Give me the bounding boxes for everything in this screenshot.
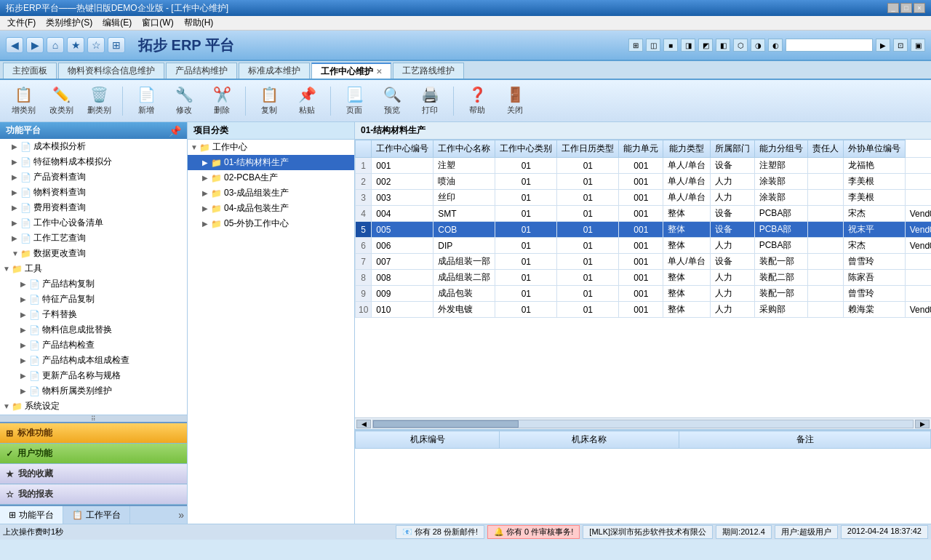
page-btn[interactable]: 📃 页面	[337, 83, 372, 119]
reports-btn[interactable]: ☆ 我的报表	[0, 484, 187, 505]
standard-func-btn[interactable]: ⊞ 标准功能	[0, 423, 187, 444]
tab-workcenter-close[interactable]: ✕	[376, 68, 382, 76]
preview-btn[interactable]: 🔍 预览	[375, 83, 409, 119]
proj-item-02[interactable]: ▶ 📁 02-PCBA生产	[188, 170, 354, 185]
tb-btn-4[interactable]: ◨	[681, 39, 695, 52]
print-btn[interactable]: 🖨️ 打印	[412, 83, 447, 119]
edit-category-btn[interactable]: ✏️ 改类别	[44, 83, 79, 119]
close-btn[interactable]: ×	[914, 3, 925, 13]
h-scrollbar[interactable]: ◀ ▶	[355, 417, 931, 429]
paste-btn[interactable]: 📌 粘贴	[289, 83, 324, 119]
tab-workcenter[interactable]: 工作中心维护 ✕	[311, 63, 391, 79]
proj-item-03[interactable]: ▶ 📁 03-成品组装生产	[188, 185, 354, 201]
sidebar-system-section[interactable]: ▼ 📁 系统设定	[0, 399, 187, 414]
tb-btn-7[interactable]: ⬡	[733, 39, 748, 52]
sidebar-expand-icon[interactable]: »	[178, 506, 187, 524]
func-platform-tab[interactable]: ⊞ 功能平台	[0, 506, 63, 524]
table-row[interactable]: 8 008 成品组装二部 01 01 001 整体 人力 装配二部 陈家吾	[356, 270, 932, 286]
proj-root[interactable]: ▼ 📁 工作中心	[188, 140, 354, 155]
sidebar-item-material-query[interactable]: ▶ 📄 物料资料查询	[0, 185, 187, 200]
home-btn[interactable]: ⌂	[47, 37, 64, 53]
main-table-container[interactable]: 工作中心编号 工作中心名称 工作中心类别 工作日历类型 能力单元 能力类型 所属…	[355, 140, 931, 417]
sidebar-item-process-query[interactable]: ▶ 📄 工作工艺查询	[0, 231, 187, 246]
proj-item-04[interactable]: ▶ 📁 04-成品包装生产	[188, 201, 354, 216]
sidebar-item-struct-copy[interactable]: ▶ 📄 产品结构复制	[0, 276, 187, 292]
back-btn[interactable]: ◀	[6, 37, 23, 53]
sidebar-item-sub-replace[interactable]: ▶ 📄 子料替换	[0, 307, 187, 322]
tb-btn-9[interactable]: ◐	[768, 39, 783, 52]
sidebar-expand-toggle[interactable]: ⠿	[0, 415, 187, 422]
menu-file[interactable]: 文件(F)	[3, 15, 40, 31]
search-input[interactable]	[786, 39, 873, 52]
tb-btn-11[interactable]: ▣	[911, 39, 925, 52]
tab-material-info[interactable]: 物料资料综合信息维护	[58, 63, 164, 79]
add-category-btn[interactable]: 📋 增类别	[6, 83, 41, 119]
scroll-right-btn[interactable]: ▶	[915, 420, 930, 428]
cell-wc-id: 005	[372, 222, 433, 238]
sidebar-item-cost-query[interactable]: ▶ 📄 费用资料查询	[0, 200, 187, 215]
tb-btn-1[interactable]: ⊞	[628, 39, 643, 52]
close-func-btn[interactable]: 🚪 关闭	[498, 83, 532, 119]
del-category-btn[interactable]: 🗑️ 删类别	[81, 83, 116, 119]
grid-btn[interactable]: ⊞	[108, 37, 125, 53]
table-row[interactable]: 4 004 SMT 01 01 001 整体 设备 PCBA部 宋杰 Vend0…	[356, 206, 932, 222]
sidebar-item-wc-equipment[interactable]: ▶ 📄 工作中心设备清单	[0, 215, 187, 231]
sidebar-tools-section[interactable]: ▼ 📁 工具	[0, 261, 187, 276]
sidebar-item-cost-check[interactable]: ▶ 📄 产品结构成本组成检查	[0, 353, 187, 368]
table-row[interactable]: 2 002 喷油 01 01 001 单人/单台 人力 涂装部 李美根	[356, 174, 932, 190]
scroll-left-btn[interactable]: ◀	[356, 420, 371, 428]
tb-btn-6[interactable]: ◧	[716, 39, 730, 52]
sidebar-item-char-copy[interactable]: ▶ 📄 特征产品复制	[0, 292, 187, 307]
delete-btn[interactable]: ✂️ 删除	[204, 83, 239, 119]
tab-product-structure[interactable]: 产品结构维护	[166, 63, 237, 79]
table-row[interactable]: 9 009 成品包装 01 01 001 整体 人力 装配一部 曾雪玲	[356, 286, 932, 302]
sidebar-item-product-query[interactable]: ▶ 📄 产品资料查询	[0, 169, 187, 185]
cell-category: 01	[495, 286, 557, 302]
menu-category[interactable]: 类别维护(S)	[41, 15, 97, 31]
user-func-btn[interactable]: ✓ 用户功能	[0, 444, 187, 464]
table-row[interactable]: 3 003 丝印 01 01 001 单人/单台 人力 涂装部 李美根	[356, 190, 932, 206]
menu-window[interactable]: 窗口(W)	[137, 15, 177, 31]
tb-btn-5[interactable]: ◩	[698, 39, 713, 52]
tab-main-panel[interactable]: 主控面板	[3, 63, 57, 79]
menu-help[interactable]: 帮助(H)	[180, 15, 218, 31]
help-btn[interactable]: ❓ 帮助	[460, 83, 495, 119]
sidebar-item-struct-check[interactable]: ▶ 📄 产品结构检查	[0, 337, 187, 353]
func-platform-icon: ⊞	[9, 510, 16, 520]
bottom-table-container[interactable]: 机床编号 机床名称 备注	[355, 431, 931, 524]
tab-standard-cost[interactable]: 标准成本维护	[239, 63, 310, 79]
copy-btn[interactable]: 📋 复制	[252, 83, 287, 119]
table-row[interactable]: 10 010 外发电镀 01 01 001 整体 人力 采购部 赖海棠 Vend…	[356, 302, 932, 318]
favorites-btn[interactable]: ★ 我的收藏	[0, 464, 187, 484]
search-btn[interactable]: ▶	[876, 39, 890, 52]
sidebar-item-cost-sim[interactable]: ▶ 📄 成本模拟分析	[0, 139, 187, 154]
modify-btn[interactable]: 🔧 修改	[167, 83, 201, 119]
work-platform-tab[interactable]: 📋 工作平台	[63, 506, 130, 524]
proj-item-01[interactable]: ▶ 📁 01-结构材料生产	[188, 155, 354, 170]
scroll-track[interactable]	[372, 420, 914, 428]
sidebar-item-batch-replace[interactable]: ▶ 📄 物料信息成批替换	[0, 322, 187, 337]
sidebar-item-update-name[interactable]: ▶ 📄 更新产品名称与规格	[0, 368, 187, 383]
add-btn[interactable]: 📄 新增	[129, 83, 164, 119]
sidebar-item-data-change[interactable]: ▼ 📁 数据更改查询	[0, 246, 187, 261]
scroll-thumb[interactable]	[373, 420, 519, 428]
menu-edit[interactable]: 编辑(E)	[98, 15, 136, 31]
forward-btn[interactable]: ▶	[26, 37, 44, 53]
tb-btn-10[interactable]: ⊡	[893, 39, 908, 52]
table-row[interactable]: 6 006 DIP 01 01 001 整体 人力 PCBA部 宋杰 Vend0…	[356, 238, 932, 254]
star-btn[interactable]: ★	[67, 37, 84, 53]
proj-item-05[interactable]: ▶ 📁 05-外协工作中心	[188, 216, 354, 231]
tb-btn-3[interactable]: ■	[663, 39, 678, 52]
table-row[interactable]: 7 007 成品组装一部 01 01 001 单人/单台 设备 装配一部 曾雪玲	[356, 254, 932, 270]
sidebar-item-category-maintain[interactable]: ▶ 📄 物料所属类别维护	[0, 383, 187, 399]
star2-btn[interactable]: ☆	[87, 37, 105, 53]
tab-process-route[interactable]: 工艺路线维护	[393, 63, 464, 79]
tb-btn-8[interactable]: ◑	[751, 39, 765, 52]
sidebar-item-char-cost[interactable]: ▶ 📄 特征物料成本模拟分	[0, 154, 187, 169]
minimize-btn[interactable]: _	[887, 3, 899, 13]
maximize-btn[interactable]: □	[900, 3, 912, 13]
table-row[interactable]: 1 001 注塑 01 01 001 单人/单台 设备 注塑部 龙福艳	[356, 158, 932, 174]
tb-btn-2[interactable]: ◫	[646, 39, 660, 52]
table-row[interactable]: 5 005 COB 01 01 001 整体 设备 PCBA部 祝末平 Vend…	[356, 222, 932, 238]
sidebar-pin[interactable]: 📌	[169, 125, 181, 137]
